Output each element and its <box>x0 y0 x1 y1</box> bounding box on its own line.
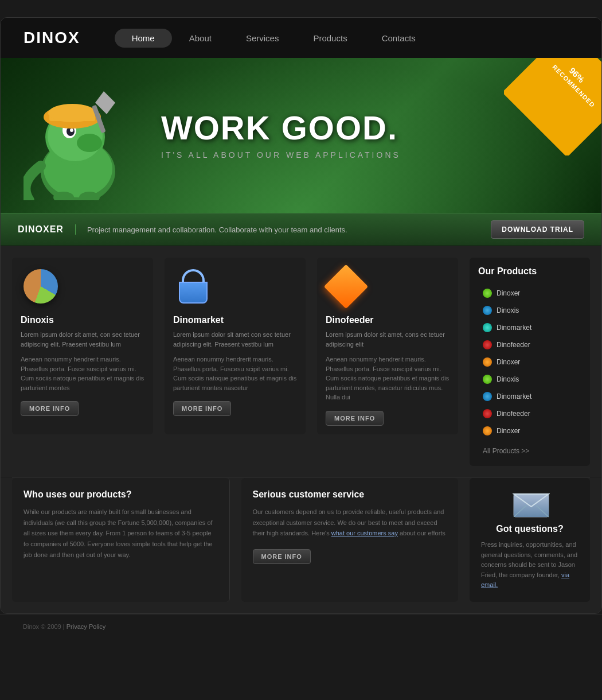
dinoxis-desc-long: Aenean nonummy hendrerit mauris. Phasell… <box>21 355 144 392</box>
sidebar-label-dinoxis-1: Dinoxis <box>497 306 519 314</box>
sidebar-item-dinoxis-1[interactable]: Dinoxis <box>478 302 581 318</box>
envelope-icon <box>513 489 547 518</box>
dinomarket-icon <box>173 266 213 306</box>
dinoxer-bar: DINOXER Project management and collabora… <box>1 213 601 246</box>
products-content: Dinoxis Lorem ipsum dolor sit amet, con … <box>12 258 458 466</box>
who-uses-section: Who uses our products? While our product… <box>12 478 230 602</box>
dinoxer-description: Project management and collaboration. Co… <box>87 225 491 234</box>
sidebar-label-dinomarket-1: Dinomarket <box>497 324 531 332</box>
dot-icon-orange <box>483 357 492 367</box>
sidebar-item-dinomarket-2[interactable]: Dinomarket <box>478 388 581 405</box>
dinofeeder-desc-long: Aenean nonummy hendrerit mauris. Phasell… <box>326 355 449 402</box>
hero-banner: WORK GOOD. IT'S ALL ABOUT OUR WEB APPLIC… <box>1 58 601 213</box>
nav-item-products[interactable]: Products <box>296 29 364 48</box>
dinofeeder-name: Dinofeeder <box>326 315 449 325</box>
main-content: Dinoxis Lorem ipsum dolor sit amet, con … <box>1 246 601 477</box>
sidebar-item-dinofeeder-1[interactable]: Dinofeeder <box>478 337 581 353</box>
customer-service-section: Serious customer service Our customers d… <box>241 478 459 602</box>
nav-item-services[interactable]: Services <box>229 29 296 48</box>
dot-icon-green-2 <box>483 375 492 384</box>
sidebar-label-dinofeeder-1: Dinofeeder <box>497 341 530 349</box>
sidebar-item-dinomarket-1[interactable]: Dinomarket <box>478 320 581 336</box>
header: DINOX Home About Services Products Conta… <box>1 18 601 58</box>
dot-icon-teal <box>483 323 492 332</box>
products-grid: Dinoxis Lorem ipsum dolor sit amet, con … <box>12 258 458 434</box>
product-card-dinomarket: Dinomarket Lorem ipsum dolor sit amet co… <box>165 258 306 434</box>
svg-point-4 <box>77 134 102 152</box>
who-uses-text: While our products are mainly built for … <box>24 507 218 560</box>
sidebar-item-dinoxer-2[interactable]: Dinoxer <box>478 354 581 370</box>
site-logo: DINOX <box>24 29 80 47</box>
dinofeeder-icon <box>326 266 366 306</box>
privacy-policy-link[interactable]: Privacy Policy <box>67 623 105 630</box>
download-trial-button[interactable]: DOWNLOAD TRIAL <box>491 220 584 239</box>
dot-icon-red <box>483 340 492 349</box>
nav-item-about[interactable]: About <box>172 29 229 48</box>
bottom-section: Who uses our products? While our product… <box>1 478 601 613</box>
footer-copyright: Dinox © 2009 | <box>23 623 67 630</box>
mascot-svg <box>24 68 138 200</box>
svg-point-10 <box>48 104 96 122</box>
signal-shape <box>323 264 368 309</box>
dot-icon-orange-2 <box>483 426 492 435</box>
signal-icon <box>329 269 363 304</box>
footer: Dinox © 2009 | Privacy Policy <box>0 614 602 639</box>
dot-icon-green <box>483 289 492 298</box>
dinoxis-name: Dinoxis <box>21 315 144 325</box>
dot-icon-blue <box>483 306 492 315</box>
customer-service-text: Our customers depend on us to provide re… <box>253 507 447 539</box>
svg-point-7 <box>70 129 73 132</box>
sidebar-label-dinoxer-3: Dinoxer <box>497 427 520 435</box>
all-products-link[interactable]: All Products >> <box>478 445 581 457</box>
hero-subtitle: IT'S ALL ABOUT OUR WEB APPLICATIONS <box>161 150 556 160</box>
pie-chart-icon <box>24 269 58 304</box>
badge-area: 96% RECOMMENDED <box>504 58 601 155</box>
sidebar-label-dinoxer-2: Dinoxer <box>497 358 520 366</box>
sidebar-item-dinoxis-2[interactable]: Dinoxis <box>478 371 581 387</box>
nav-item-home[interactable]: Home <box>115 29 172 48</box>
sidebar-item-dinofeeder-2[interactable]: Dinofeeder <box>478 406 581 422</box>
dinofeeder-desc-short: Lorem ipsum dolor sit amet, cons ec tetu… <box>326 330 449 349</box>
envelope-svg <box>513 489 550 518</box>
nav-item-contacts[interactable]: Contacts <box>365 29 433 48</box>
hero-mascot-area <box>24 68 138 203</box>
sidebar-item-dinoxer-1[interactable]: Dinoxer <box>478 285 581 301</box>
who-uses-title: Who uses our products? <box>24 489 218 500</box>
got-questions-section: Got questions? Press inquiries, opportun… <box>470 478 590 602</box>
sidebar-label-dinoxer-1: Dinoxer <box>497 289 520 297</box>
products-sidebar: Our Products Dinoxer Dinoxis Dinomarket … <box>470 258 590 466</box>
sidebar-label-dinofeeder-2: Dinofeeder <box>497 410 530 418</box>
sidebar-label-dinoxis-2: Dinoxis <box>497 375 519 383</box>
dinoxis-icon <box>21 266 61 306</box>
dinomarket-desc-long: Aenean nonummy hendrerit mauris. Phasell… <box>173 355 297 392</box>
dinoxis-desc-short: Lorem ipsum dolor sit amet, con sec tetu… <box>21 330 144 349</box>
customer-service-title: Serious customer service <box>253 489 447 500</box>
dot-icon-blue-2 <box>483 392 492 401</box>
dinofeeder-more-info-button[interactable]: MORE INFO <box>326 411 384 426</box>
got-questions-text: Press inquiries, opportunities, and gene… <box>481 540 578 590</box>
main-nav: Home About Services Products Contacts <box>115 29 433 48</box>
product-card-dinofeeder: Dinofeeder Lorem ipsum dolor sit amet, c… <box>317 258 458 434</box>
dinomarket-more-info-button[interactable]: MORE INFO <box>173 401 231 416</box>
customers-say-link[interactable]: what our customers say <box>331 530 398 536</box>
dinomarket-name: Dinomarket <box>173 315 297 325</box>
got-questions-title: Got questions? <box>481 524 578 534</box>
dinomarket-desc-short: Lorem ipsum dolor sit amet con sec tetue… <box>173 330 297 349</box>
dinoxer-brand: DINOXER <box>18 224 76 235</box>
sidebar-title: Our Products <box>478 266 581 277</box>
service-more-info-button[interactable]: MORE INFO <box>253 549 311 564</box>
sidebar-item-dinoxer-3[interactable]: Dinoxer <box>478 423 581 439</box>
basket-body <box>179 282 208 304</box>
dinoxis-more-info-button[interactable]: MORE INFO <box>21 401 79 416</box>
dot-icon-red-2 <box>483 409 492 418</box>
basket-icon <box>176 269 210 304</box>
sidebar-label-dinomarket-2: Dinomarket <box>497 392 531 400</box>
product-card-dinoxis: Dinoxis Lorem ipsum dolor sit amet, con … <box>12 258 153 434</box>
hero-title: WORK GOOD. <box>161 111 556 145</box>
